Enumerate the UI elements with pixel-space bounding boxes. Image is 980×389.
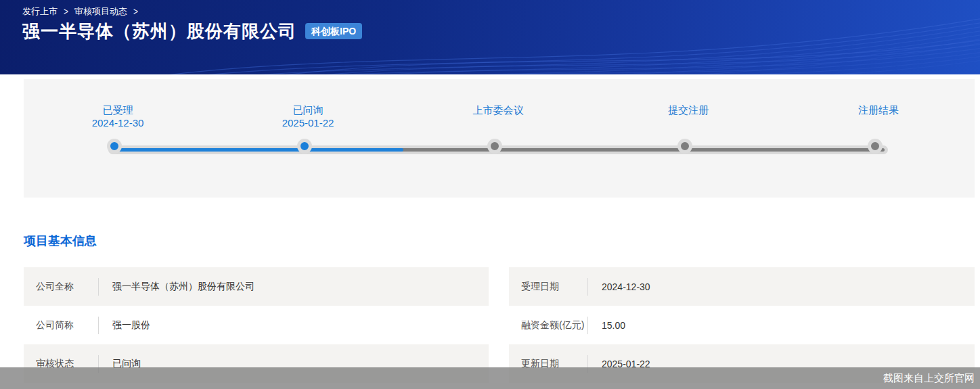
label-value-divider [98, 278, 99, 296]
section-title-basic-info: 项目基本信息 [24, 233, 97, 249]
row-value: 15.00 [602, 320, 625, 331]
breadcrumb-separator-icon: > [64, 6, 68, 17]
breadcrumb: 发行上市 > 审核项目动态 > [22, 5, 138, 18]
basic-info-table-left: 公司全称 强一半导体（苏州）股份有限公司 公司简称 强一股份 审核状态 已问询 [24, 267, 489, 383]
timeline-stage-inquired: 已问询 2025-01-22 [250, 104, 365, 129]
timeline-dot-submit-registration [677, 139, 692, 154]
timeline-line-completed [112, 148, 403, 152]
stage-date: 2024-12-30 [60, 116, 175, 129]
stage-date: 2025-01-22 [250, 116, 365, 129]
row-value: 强一半导体（苏州）股份有限公司 [112, 281, 254, 293]
label-value-divider [98, 317, 99, 334]
timeline-dot-accepted [107, 139, 122, 154]
stage-label: 上市委会议 [441, 104, 556, 116]
page-title: 强一半导体（苏州）股份有限公司 [22, 21, 296, 41]
table-row: 受理日期 2024-12-30 [509, 267, 975, 306]
stage-label: 已问询 [250, 104, 365, 116]
label-value-divider [587, 317, 588, 334]
timeline-dot-registration-result [868, 139, 883, 154]
basic-info-table-right: 受理日期 2024-12-30 融资金额(亿元) 15.00 更新日期 2025… [509, 267, 975, 383]
board-type-badge: 科创板IPO [305, 23, 362, 39]
timeline-stage-accepted: 已受理 2024-12-30 [60, 104, 175, 129]
row-value: 强一股份 [112, 319, 150, 331]
title-row: 强一半导体（苏州）股份有限公司 科创板IPO [22, 21, 362, 41]
review-timeline-card: 已受理 2024-12-30 已问询 2025-01-22 上市委会议 提交注册… [24, 79, 975, 198]
row-value: 2024-12-30 [602, 281, 650, 292]
table-row: 公司简称 强一股份 [24, 306, 489, 344]
breadcrumb-separator-icon: > [133, 6, 138, 17]
timeline-stage-registration-result: 注册结果 [821, 104, 936, 116]
row-label: 公司全称 [36, 281, 98, 293]
row-label: 公司简称 [36, 319, 98, 331]
stage-label: 提交注册 [631, 104, 746, 116]
breadcrumb-item-review-project-updates[interactable]: 审核项目动态 [74, 5, 127, 18]
timeline-dot-listing-committee [487, 139, 502, 154]
table-row: 融资金额(亿元) 15.00 [509, 306, 975, 344]
stage-label: 已受理 [60, 104, 175, 116]
timeline-stage-listing-committee: 上市委会议 [441, 104, 556, 116]
hero-header: 发行上市 > 审核项目动态 > 强一半导体（苏州）股份有限公司 科创板IPO [0, 0, 980, 74]
stage-label: 注册结果 [821, 104, 936, 116]
timeline-dot-inquired [297, 139, 312, 154]
breadcrumb-item-issuance-listing[interactable]: 发行上市 [22, 5, 58, 18]
row-label: 受理日期 [521, 281, 587, 293]
watermark-text: 截图来自上交所官网 [883, 372, 975, 385]
row-label: 融资金额(亿元) [521, 319, 587, 331]
screenshot-watermark-band: 截图来自上交所官网 [0, 367, 980, 389]
page: 发行上市 > 审核项目动态 > 强一半导体（苏州）股份有限公司 科创板IPO 已… [0, 0, 980, 389]
timeline-stage-submit-registration: 提交注册 [631, 104, 746, 116]
label-value-divider [587, 278, 588, 296]
table-row: 公司全称 强一半导体（苏州）股份有限公司 [24, 267, 489, 306]
